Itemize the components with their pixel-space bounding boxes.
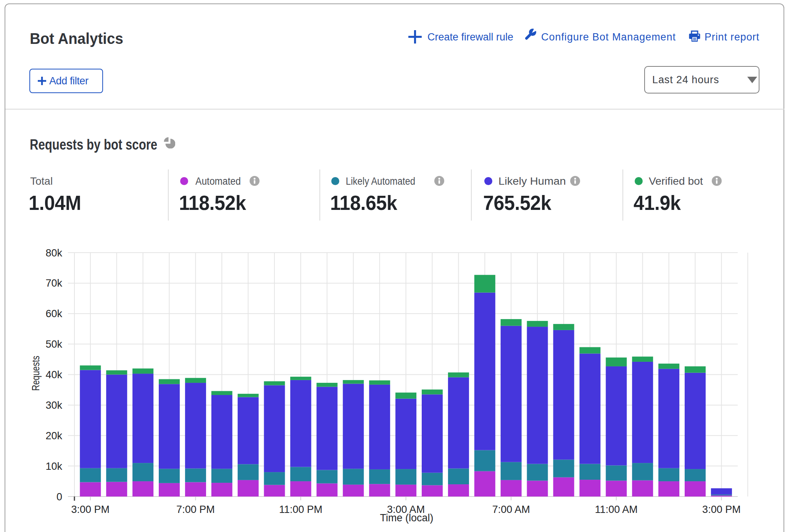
svg-text:3:00 PM: 3:00 PM [702, 504, 741, 515]
svg-text:7:00 AM: 7:00 AM [492, 504, 530, 515]
svg-text:Time (local): Time (local) [380, 512, 433, 524]
svg-text:30k: 30k [45, 400, 62, 411]
svg-text:7:00 PM: 7:00 PM [176, 504, 215, 515]
svg-text:11:00 AM: 11:00 AM [595, 504, 638, 515]
svg-text:50k: 50k [45, 339, 62, 350]
svg-text:80k: 80k [45, 247, 62, 259]
svg-text:0: 0 [56, 491, 62, 503]
svg-text:11:00 PM: 11:00 PM [279, 504, 322, 515]
svg-text:60k: 60k [45, 308, 62, 319]
svg-text:40k: 40k [45, 369, 62, 380]
svg-text:3:00 PM: 3:00 PM [71, 504, 110, 515]
svg-text:10k: 10k [45, 461, 62, 472]
svg-text:20k: 20k [45, 430, 62, 442]
svg-text:Requests: Requests [30, 356, 42, 391]
svg-text:70k: 70k [45, 277, 62, 289]
